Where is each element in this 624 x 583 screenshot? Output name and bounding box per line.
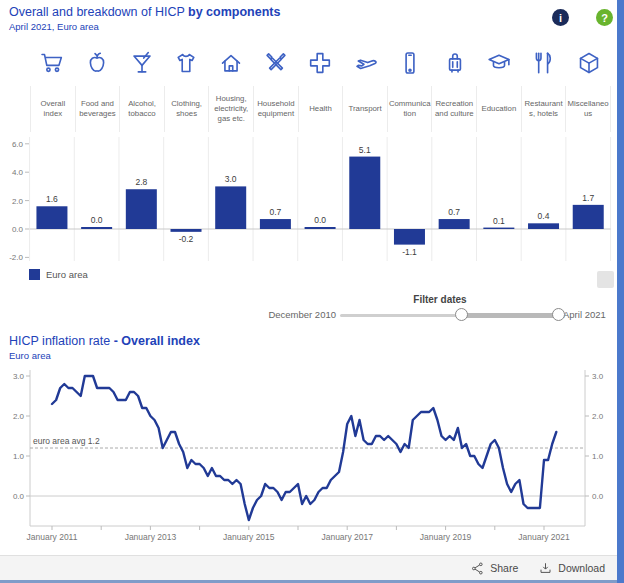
bar-5[interactable]: [260, 219, 291, 229]
category-label: Food and beverages: [75, 86, 120, 132]
slider-min-label: December 2010: [240, 309, 336, 320]
hicp-components-bar-chart[interactable]: 6.04.02.00.0-2.01.60.02.8-0.23.00.70.05.…: [0, 134, 624, 270]
svg-text:2.0: 2.0: [592, 412, 604, 421]
help-icon[interactable]: ?: [596, 9, 613, 26]
bar-1[interactable]: [81, 227, 112, 229]
svg-text:0.0: 0.0: [592, 492, 604, 501]
suitcase-icon: [442, 50, 468, 76]
svg-text:January 2021: January 2021: [518, 532, 570, 542]
info-icon[interactable]: i: [552, 9, 569, 26]
component-button-airplane[interactable]: [343, 44, 388, 82]
svg-text:4.0: 4.0: [12, 168, 24, 177]
bar-6[interactable]: [305, 227, 336, 229]
line-chart-title: HICP inflation rate - Overall index: [9, 334, 200, 348]
share-button[interactable]: Share: [470, 561, 518, 576]
slider-max-label: April 2021: [563, 309, 606, 320]
download-button[interactable]: Download: [538, 561, 605, 576]
category-label-row: Overall indexFood and beveragesAlcohol, …: [30, 86, 611, 132]
share-icon: [470, 561, 485, 576]
download-label: Download: [558, 562, 605, 574]
download-icon: [538, 561, 553, 576]
component-button-suitcase[interactable]: [432, 44, 477, 82]
cube-icon: [576, 50, 602, 76]
svg-text:January 2019: January 2019: [420, 532, 472, 542]
svg-text:3.0: 3.0: [592, 372, 604, 381]
component-button-health-cross[interactable]: [298, 44, 343, 82]
category-label: Communication: [387, 86, 432, 132]
line-chart-header: HICP inflation rate - Overall index Euro…: [9, 334, 200, 361]
t-shirt-icon: [173, 50, 199, 76]
category-label: Alcohol, tobacco: [119, 86, 164, 132]
svg-text:0.0: 0.0: [13, 492, 25, 501]
line-chart-subtitle: Euro area: [9, 350, 200, 361]
date-slider-handle-right[interactable]: [552, 308, 565, 321]
svg-text:2.0: 2.0: [12, 197, 24, 206]
bar-9[interactable]: [439, 219, 470, 229]
svg-text:3.0: 3.0: [13, 372, 25, 381]
bar-12[interactable]: [573, 205, 604, 229]
house-icon: [218, 50, 244, 76]
component-button-tools[interactable]: [253, 44, 298, 82]
hicp-inflation-line-chart[interactable]: 3.03.02.02.01.01.00.00.0euro area avg 1.…: [0, 364, 624, 554]
footer-toolbar: Share Download: [0, 555, 617, 580]
shopping-cart-icon: [39, 50, 65, 76]
bar-11[interactable]: [528, 223, 559, 229]
bar-10[interactable]: [483, 228, 514, 229]
graduation-cap-icon: [486, 50, 512, 76]
svg-text:January 2013: January 2013: [125, 532, 177, 542]
component-button-house[interactable]: [209, 44, 254, 82]
tools-icon: [263, 50, 289, 76]
share-label: Share: [490, 562, 518, 574]
category-label: Recreation and culture: [431, 86, 476, 132]
page-title: Overall and breakdown of HICP by compone…: [9, 5, 280, 19]
filter-dates-title: Filter dates: [340, 294, 540, 305]
svg-text:0.7: 0.7: [269, 207, 281, 217]
bar-3[interactable]: [171, 229, 202, 232]
bar-0[interactable]: [36, 206, 67, 229]
component-button-cube[interactable]: [566, 44, 611, 82]
legend: Euro area: [29, 269, 88, 280]
svg-text:-0.2: -0.2: [179, 234, 194, 244]
component-icon-row: [30, 44, 611, 82]
window-edge-strip: [617, 0, 624, 583]
component-button-cutlery[interactable]: [522, 44, 567, 82]
chart-options-button[interactable]: [597, 271, 614, 288]
svg-text:0.0: 0.0: [91, 215, 103, 225]
bar-7[interactable]: [349, 157, 380, 229]
page-title-bold: by components: [188, 5, 280, 19]
category-label: Clothing, shoes: [164, 86, 209, 132]
category-label: Transport: [342, 86, 387, 132]
category-label: Household equipment: [253, 86, 298, 132]
top-header: Overall and breakdown of HICP by compone…: [9, 5, 280, 32]
svg-text:2.0: 2.0: [13, 412, 25, 421]
bar-8[interactable]: [394, 229, 425, 245]
component-button-smartphone[interactable]: [388, 44, 433, 82]
svg-text:1.0: 1.0: [592, 452, 604, 461]
page-subtitle: April 2021, Euro area: [9, 21, 280, 32]
bar-4[interactable]: [215, 186, 246, 229]
svg-text:0.4: 0.4: [538, 211, 550, 221]
svg-text:1.6: 1.6: [46, 194, 58, 204]
bar-2[interactable]: [126, 189, 157, 229]
component-button-shopping-cart[interactable]: [30, 44, 75, 82]
svg-text:1.0: 1.0: [13, 452, 25, 461]
component-button-graduation-cap[interactable]: [477, 44, 522, 82]
svg-text:0.0: 0.0: [12, 225, 24, 234]
line-chart-title-bold: - Overall index: [114, 334, 200, 348]
line-chart-title-regular: HICP inflation rate: [9, 334, 114, 348]
component-button-apple[interactable]: [75, 44, 120, 82]
svg-text:January 2017: January 2017: [321, 532, 373, 542]
svg-text:2.8: 2.8: [135, 177, 147, 187]
legend-swatch: [29, 269, 40, 280]
component-button-cocktail-glass[interactable]: [119, 44, 164, 82]
date-slider-selected-range[interactable]: [462, 313, 560, 318]
smartphone-icon: [397, 50, 423, 76]
component-button-t-shirt[interactable]: [164, 44, 209, 82]
hicp-dashboard: Overall and breakdown of HICP by compone…: [0, 0, 624, 583]
svg-text:3.0: 3.0: [225, 174, 237, 184]
apple-icon: [84, 50, 110, 76]
svg-text:0.1: 0.1: [493, 216, 505, 226]
date-slider-handle-left[interactable]: [455, 308, 468, 321]
svg-text:5.1: 5.1: [359, 145, 371, 155]
svg-text:-2.0: -2.0: [9, 253, 23, 262]
